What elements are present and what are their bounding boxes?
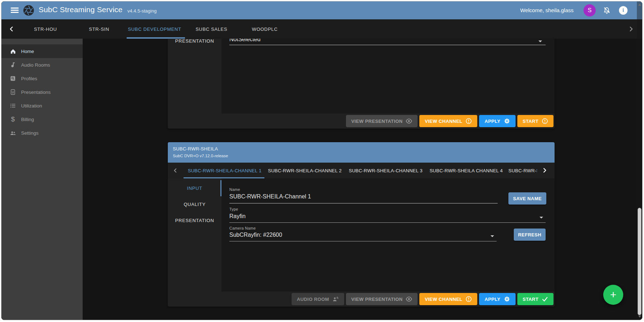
type-select-underline bbox=[229, 222, 546, 223]
sidebar-item-label: Utilization bbox=[21, 103, 42, 109]
chevron-left-icon[interactable] bbox=[9, 26, 14, 32]
channel-tab-5[interactable]: SUBC-RWR-S bbox=[508, 163, 537, 178]
scrollbar-thumb[interactable] bbox=[638, 208, 641, 315]
chevron-left-icon[interactable] bbox=[173, 168, 178, 173]
main-area: Home Audio Rooms Profiles bbox=[1, 39, 642, 320]
audio-room-button[interactable]: AUDIO ROOM bbox=[292, 293, 344, 305]
camera-name-select[interactable]: SubCRayfin: #22600 bbox=[229, 232, 282, 238]
plus-icon: + bbox=[610, 289, 616, 301]
sidebar-item-home[interactable]: Home bbox=[1, 44, 83, 58]
error-icon bbox=[542, 118, 548, 124]
sidebar-item-profiles[interactable]: Profiles bbox=[1, 72, 83, 85]
app-window: SubC Streaming Service v4.4.5-staging We… bbox=[1, 1, 643, 320]
apply-button[interactable]: APPLY bbox=[479, 293, 515, 305]
caret-down-icon[interactable] bbox=[491, 235, 494, 237]
device-card-actions: AUDIO ROOM VIEW PRESENTATION bbox=[292, 293, 553, 305]
select-underline bbox=[229, 45, 546, 45]
sidebar-item-settings[interactable]: Settings bbox=[1, 126, 83, 140]
channel-tab-2[interactable]: SUBC-RWR-SHEILA-CHANNEL 2 bbox=[268, 163, 342, 178]
device-card: SUBC-RWR-SHEILA SubC DVR+O v7.12.0-relea… bbox=[168, 142, 555, 307]
view-channel-button[interactable]: VIEW CHANNEL bbox=[419, 115, 477, 127]
start-button[interactable]: START bbox=[517, 293, 553, 305]
music-note-icon bbox=[9, 61, 16, 68]
sidebar-item-label: Profiles bbox=[21, 76, 37, 81]
dollar-icon: $ bbox=[9, 116, 16, 123]
chevron-right-icon[interactable] bbox=[628, 26, 634, 32]
name-input-underline bbox=[229, 203, 498, 203]
name-input[interactable]: SUBC-RWR-SHEILA-Channel 1 bbox=[229, 193, 311, 200]
org-tab-woodplc[interactable]: WOODPLC bbox=[252, 19, 278, 39]
channel-tab-1[interactable]: SUBC-RWR-SHEILA-CHANNEL 1 bbox=[188, 163, 262, 178]
gear-icon bbox=[504, 118, 510, 124]
avatar[interactable]: S bbox=[584, 4, 596, 16]
error-icon bbox=[465, 296, 472, 302]
org-tab-subc-development[interactable]: SUBC DEVELOPMENT bbox=[128, 19, 181, 39]
sidebar-item-label: Presentations bbox=[21, 90, 51, 95]
gear-icon bbox=[504, 296, 510, 302]
org-tab-subc-sales[interactable]: SUBC SALES bbox=[196, 19, 228, 39]
sidebar-item-presentations[interactable]: Presentations bbox=[1, 85, 83, 99]
channel-card-partial: PRESENTATION NotSelected VIEW PRESENTATI… bbox=[168, 39, 555, 129]
side-tab-presentation[interactable]: PRESENTATION bbox=[168, 212, 221, 229]
device-subtitle: SubC DVR+O v7.12.0-release bbox=[173, 154, 228, 158]
sidebar-item-label: Billing bbox=[21, 117, 34, 122]
sidebar-item-label: Home bbox=[21, 49, 34, 54]
start-button[interactable]: START bbox=[517, 115, 553, 127]
caret-down-icon[interactable] bbox=[540, 217, 543, 218]
type-select[interactable]: Rayfin bbox=[229, 213, 245, 220]
name-field-label: Name bbox=[229, 187, 240, 192]
refresh-button[interactable]: REFRESH bbox=[514, 229, 546, 241]
sidebar-item-billing[interactable]: $ Billing bbox=[1, 112, 83, 126]
scroll-down-arrow-icon[interactable] bbox=[638, 316, 641, 318]
org-tabs-bar: STR-HOU STR-SIN SUBC DEVELOPMENT SUBC SA… bbox=[1, 19, 642, 39]
error-icon bbox=[465, 118, 472, 124]
camera-select-underline bbox=[229, 241, 497, 241]
side-tab-presentation[interactable]: PRESENTATION bbox=[168, 39, 221, 46]
aperture-logo-icon bbox=[23, 5, 34, 16]
app-title: SubC Streaming Service bbox=[39, 5, 122, 14]
org-tab-str-sin[interactable]: STR-SIN bbox=[89, 19, 109, 39]
app-bar: SubC Streaming Service v4.4.5-staging We… bbox=[1, 1, 642, 19]
sidebar-item-label: Audio Rooms bbox=[21, 62, 50, 68]
list-icon bbox=[9, 102, 16, 109]
home-icon bbox=[9, 48, 16, 55]
apply-button[interactable]: APPLY bbox=[479, 115, 515, 127]
presentation-panel bbox=[221, 39, 555, 114]
side-tab-quality[interactable]: QUALITY bbox=[168, 196, 221, 212]
notifications-off-icon[interactable] bbox=[602, 6, 611, 15]
org-tab-str-hou[interactable]: STR-HOU bbox=[34, 19, 57, 39]
top-card-actions: VIEW PRESENTATION VIEW CHANNEL bbox=[346, 115, 553, 127]
voice-over-icon bbox=[332, 296, 339, 302]
sidebar-item-audio-rooms[interactable]: Audio Rooms bbox=[1, 58, 83, 72]
sidebar-item-label: Settings bbox=[21, 130, 39, 136]
welcome-text: Welcome, sheila.glass bbox=[520, 7, 574, 13]
view-presentation-button[interactable]: VIEW PRESENTATION bbox=[346, 115, 418, 127]
view-presentation-button[interactable]: VIEW PRESENTATION bbox=[346, 293, 418, 305]
check-icon bbox=[542, 296, 548, 302]
image-search-icon bbox=[9, 75, 16, 82]
channel-tab-4[interactable]: SUBC-RWR-SHEILA CHANNEL 4 bbox=[430, 163, 503, 178]
document-clip-icon bbox=[9, 88, 16, 96]
eye-icon bbox=[406, 118, 412, 124]
scroll-up-arrow-icon[interactable] bbox=[638, 4, 641, 6]
presentation-select[interactable]: NotSelected bbox=[229, 39, 260, 43]
screen: SubC Streaming Service v4.4.5-staging We… bbox=[0, 0, 644, 322]
content-area: PRESENTATION NotSelected VIEW PRESENTATI… bbox=[83, 39, 642, 320]
scrollbar bbox=[637, 1, 642, 320]
type-field-label: Type bbox=[229, 207, 238, 211]
info-icon[interactable]: i bbox=[619, 6, 628, 15]
app-version: v4.4.5-staging bbox=[127, 8, 157, 14]
save-name-button[interactable]: SAVE NAME bbox=[508, 192, 546, 205]
view-channel-button[interactable]: VIEW CHANNEL bbox=[419, 293, 477, 305]
add-fab-button[interactable]: + bbox=[603, 285, 623, 305]
channel-tab-3[interactable]: SUBC-RWR-SHEILA-CHANNEL 3 bbox=[349, 163, 423, 178]
hamburger-menu-icon[interactable] bbox=[11, 8, 19, 13]
caret-down-icon[interactable] bbox=[538, 40, 542, 42]
side-tab-active-indicator bbox=[220, 180, 221, 196]
side-tab-input[interactable]: INPUT bbox=[168, 180, 221, 196]
sidebar-item-utilization[interactable]: Utilization bbox=[1, 99, 83, 112]
channel-tabs: SUBC-RWR-SHEILA-CHANNEL 1 SUBC-RWR-SHEIL… bbox=[168, 163, 555, 178]
people-icon bbox=[9, 129, 16, 136]
chevron-right-icon[interactable] bbox=[542, 168, 547, 173]
device-title: SUBC-RWR-SHEILA bbox=[173, 146, 218, 152]
